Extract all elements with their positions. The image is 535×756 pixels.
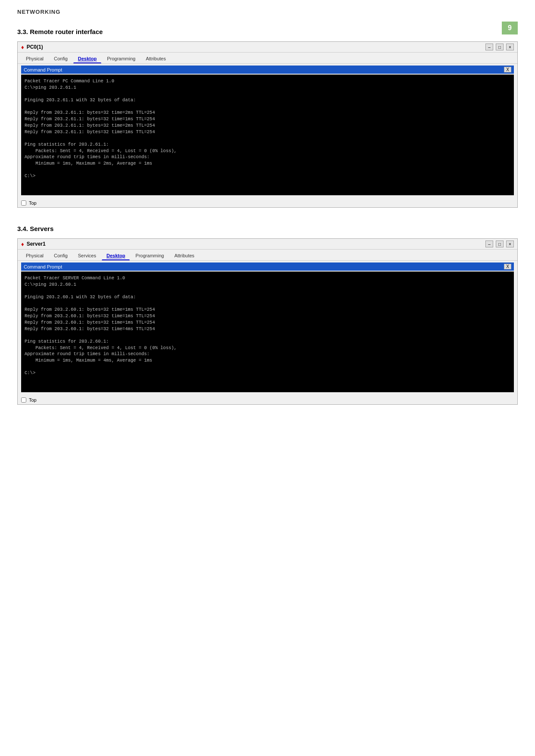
server1-cmd-screen[interactable]: Packet Tracer SERVER Command Line 1.0 C:… [21, 272, 514, 392]
server1-titlebar: ♦ Server1 – □ × [18, 239, 517, 250]
tab-config-pc0[interactable]: Config [49, 54, 72, 63]
server1-cmd-title: Command Prompt [24, 264, 62, 269]
pc0-cmd-title: Command Prompt [24, 67, 62, 72]
pc0-icon: ♦ [21, 44, 24, 50]
section-3-3: 3.3. Remote router interface ♦ PC0(1) – … [17, 28, 518, 208]
server1-window: ♦ Server1 – □ × Physical Config Services… [17, 238, 518, 405]
pc0-top-checkbox[interactable] [21, 200, 26, 206]
tab-attributes-server1[interactable]: Attributes [169, 251, 199, 260]
server1-controls: – □ × [485, 241, 514, 247]
pc0-title-area: ♦ PC0(1) [21, 44, 43, 50]
server1-cmd-close[interactable]: X [504, 264, 511, 269]
server1-tab-bar: Physical Config Services Desktop Program… [18, 250, 517, 261]
pc0-cmd-container: Command Prompt X Packet Tracer PC Comman… [18, 64, 517, 199]
pc0-cmd-screen[interactable]: Packet Tracer PC Command Line 1.0 C:\>pi… [21, 75, 514, 195]
section-3-4: 3.4. Servers ♦ Server1 – □ × Physical Co… [17, 225, 518, 405]
pc0-maximize-button[interactable]: □ [496, 44, 504, 50]
tab-physical-pc0[interactable]: Physical [21, 54, 48, 63]
page-number: 9 [502, 22, 518, 34]
tab-programming-server1[interactable]: Programming [131, 251, 169, 260]
server1-maximize-button[interactable]: □ [496, 241, 504, 247]
section-3-3-heading: 3.3. Remote router interface [17, 28, 518, 35]
pc0-top-label: Top [29, 200, 37, 206]
tab-programming-pc0[interactable]: Programming [102, 54, 140, 63]
tab-config-server1[interactable]: Config [49, 251, 72, 260]
pc0-close-button[interactable]: × [506, 44, 514, 50]
server1-title-area: ♦ Server1 [21, 241, 46, 247]
server1-top-label: Top [29, 397, 37, 403]
pc0-window: ♦ PC0(1) – □ × Physical Config Desktop P… [17, 41, 518, 208]
tab-services-server1[interactable]: Services [73, 251, 101, 260]
pc0-cmd-close[interactable]: X [504, 67, 511, 72]
pc0-minimize-button[interactable]: – [485, 44, 493, 50]
server1-cmd-header: Command Prompt X [21, 262, 514, 271]
section-3-4-heading: 3.4. Servers [17, 225, 518, 232]
server1-top-checkbox[interactable] [21, 397, 26, 403]
pc0-controls: – □ × [485, 44, 514, 50]
page-title: NETWORKING [17, 9, 60, 15]
server1-close-button[interactable]: × [506, 241, 514, 247]
pc0-title-text: PC0(1) [27, 44, 43, 50]
page-header: NETWORKING 9 [17, 9, 518, 15]
server1-minimize-button[interactable]: – [485, 241, 493, 247]
pc0-footer: Top [18, 199, 517, 207]
server1-title-text: Server1 [27, 241, 46, 247]
pc0-titlebar: ♦ PC0(1) – □ × [18, 42, 517, 53]
server1-cmd-container: Command Prompt X Packet Tracer SERVER Co… [18, 261, 517, 396]
server1-footer: Top [18, 396, 517, 404]
tab-physical-server1[interactable]: Physical [21, 251, 48, 260]
tab-attributes-pc0[interactable]: Attributes [141, 54, 170, 63]
pc0-cmd-header: Command Prompt X [21, 66, 514, 74]
server1-icon: ♦ [21, 241, 24, 247]
tab-desktop-server1[interactable]: Desktop [102, 251, 130, 260]
tab-desktop-pc0[interactable]: Desktop [73, 54, 101, 63]
pc0-tab-bar: Physical Config Desktop Programming Attr… [18, 53, 517, 64]
